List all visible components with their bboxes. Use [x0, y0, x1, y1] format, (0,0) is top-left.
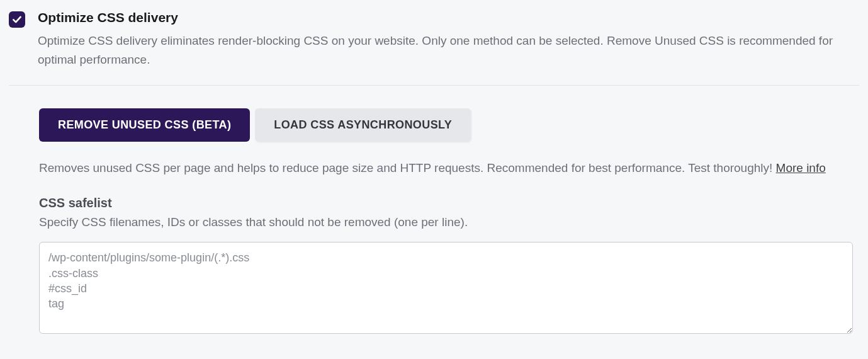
- check-icon: [11, 14, 23, 25]
- css-safelist-textarea[interactable]: [39, 242, 853, 334]
- css-safelist-description: Specify CSS filenames, IDs or classes th…: [39, 215, 853, 229]
- divider: [9, 85, 859, 86]
- load-css-async-tab[interactable]: LOAD CSS ASYNCHRONOUSLY: [255, 108, 471, 142]
- setting-title: Optimize CSS delivery: [38, 10, 859, 25]
- more-info-link[interactable]: More info: [776, 161, 826, 174]
- tab-description: Removes unused CSS per page and helps to…: [39, 159, 853, 178]
- setting-description: Optimize CSS delivery eliminates render-…: [38, 31, 859, 70]
- remove-unused-css-tab[interactable]: REMOVE UNUSED CSS (BETA): [39, 108, 250, 142]
- optimize-css-checkbox[interactable]: [9, 11, 25, 28]
- css-safelist-title: CSS safelist: [39, 196, 853, 210]
- tab-description-text: Removes unused CSS per page and helps to…: [39, 161, 776, 174]
